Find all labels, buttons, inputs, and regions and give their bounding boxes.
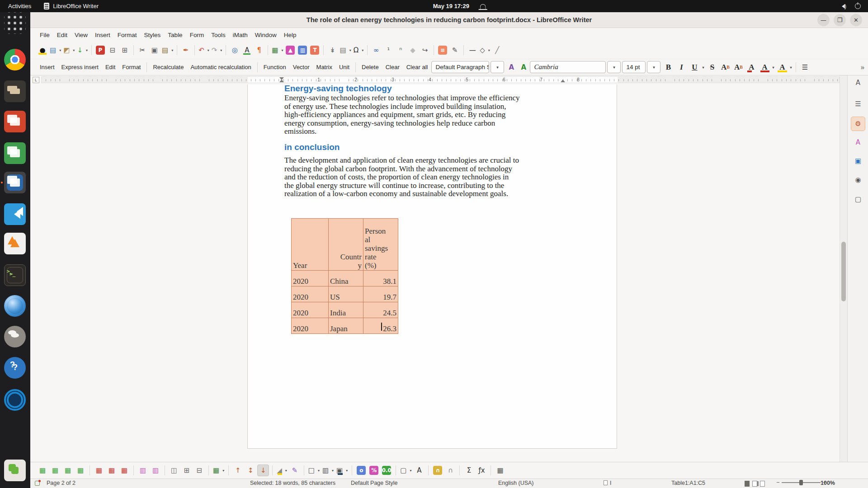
- copy-icon[interactable]: ▣: [149, 44, 160, 56]
- menu-item[interactable]: Window: [251, 30, 280, 40]
- imath-command[interactable]: Matrix: [313, 61, 335, 73]
- dock-item-terminal[interactable]: [4, 264, 26, 286]
- imath-command[interactable]: Automatic recalculation: [187, 61, 254, 73]
- sidebar-navigator-icon[interactable]: ◉: [851, 173, 865, 187]
- table-cell[interactable]: 2020: [292, 318, 329, 334]
- superscript-button[interactable]: AB: [719, 61, 731, 74]
- border-color-icon[interactable]: ▣: [335, 465, 349, 476]
- table-cell[interactable]: China: [329, 271, 363, 286]
- sidebar-gallery-icon[interactable]: ▣: [851, 154, 865, 168]
- subscript-button[interactable]: AB: [732, 61, 745, 74]
- dock-item-writer[interactable]: [4, 172, 26, 193]
- border-painter-icon[interactable]: ✎: [289, 465, 301, 476]
- activities-button[interactable]: Activities: [8, 3, 31, 9]
- insert-image-icon[interactable]: ▲: [284, 44, 296, 56]
- dock-item-software[interactable]: [4, 460, 26, 481]
- sidebar-menu-icon[interactable]: ☰: [851, 97, 865, 111]
- cross-reference-icon[interactable]: ↪: [419, 44, 431, 56]
- rows-above-icon[interactable]: ▦: [37, 465, 48, 476]
- font-size-combo[interactable]: 14 pt: [622, 61, 646, 73]
- dock-item-disc[interactable]: [4, 389, 26, 411]
- columns-after-icon[interactable]: ▦: [75, 465, 86, 476]
- dock-item-impress[interactable]: [4, 111, 26, 132]
- redo-icon[interactable]: ↷: [211, 44, 223, 56]
- split-cells-icon[interactable]: ▥: [137, 465, 149, 476]
- delete-table-icon[interactable]: ▦: [118, 465, 130, 476]
- page-count[interactable]: Page 2 of 2: [47, 480, 75, 486]
- book-view-icon[interactable]: [760, 481, 765, 487]
- clock[interactable]: May 19 17:29: [433, 3, 486, 9]
- dock-item-files[interactable]: [4, 80, 26, 102]
- strikethrough-button[interactable]: S: [706, 61, 718, 74]
- print-icon[interactable]: ⊟: [107, 44, 118, 56]
- document-page[interactable]: Energy-saving technology Energy-saving t…: [247, 84, 617, 449]
- track-changes-icon[interactable]: ✎: [449, 44, 461, 56]
- highlight-color-button[interactable]: A: [776, 61, 793, 74]
- close-button[interactable]: ✕: [850, 14, 862, 26]
- doc-heading-conclusion[interactable]: in conclusion: [284, 142, 340, 152]
- table-cell[interactable]: Japan: [329, 318, 363, 334]
- multi-page-view-icon[interactable]: [752, 481, 757, 487]
- rows-below-icon[interactable]: ▦: [49, 465, 61, 476]
- menu-item[interactable]: iMath: [229, 30, 251, 40]
- vertical-scrollbar[interactable]: [840, 75, 847, 462]
- menu-item[interactable]: Tools: [208, 30, 229, 40]
- toolbar-overflow-button[interactable]: »: [861, 63, 864, 71]
- currency-format-icon[interactable]: o: [355, 465, 367, 476]
- paragraph-style-combo[interactable]: Default Paragraph Styl: [431, 61, 489, 73]
- zoom-level[interactable]: 100%: [821, 480, 835, 486]
- table-cell[interactable]: India: [329, 302, 363, 318]
- imath-command[interactable]: Vector: [290, 61, 313, 73]
- delete-row-icon[interactable]: ▦: [93, 465, 105, 476]
- table-header-cell[interactable]: Year: [292, 219, 329, 271]
- table-cell[interactable]: 26.3: [363, 318, 398, 334]
- print-preview-icon[interactable]: ⊞: [119, 44, 131, 56]
- right-indent-marker[interactable]: [561, 80, 565, 82]
- background-color-icon[interactable]: ◢: [276, 465, 288, 476]
- sidebar-properties-icon[interactable]: ⚙: [851, 117, 865, 131]
- border-style-icon[interactable]: ▥: [321, 465, 335, 476]
- volume-icon[interactable]: [840, 4, 845, 9]
- align-left-icon[interactable]: ☰: [799, 61, 811, 73]
- decimal-format-icon[interactable]: 0.0: [381, 465, 392, 476]
- focused-app-menu[interactable]: LibreOffice Writer: [44, 3, 99, 9]
- number-format-icon[interactable]: ▢: [399, 465, 412, 476]
- hyperlink-icon[interactable]: ∞: [370, 44, 382, 56]
- doc-heading-energy-saving[interactable]: Energy-saving technology: [284, 84, 392, 94]
- dock-item-chrome[interactable]: [4, 49, 26, 70]
- style-new-icon[interactable]: A: [518, 61, 529, 73]
- font-size-dropdown[interactable]: ▾: [647, 61, 660, 73]
- imath-command[interactable]: Recalculate: [150, 61, 187, 73]
- insert-mode[interactable]: I: [604, 480, 611, 486]
- table-header-cell[interactable]: Person al savings rate (%): [363, 219, 398, 271]
- horizontal-ruler[interactable]: 12345678: [41, 76, 840, 83]
- insert-chart-icon[interactable]: ▥: [297, 44, 308, 56]
- basic-shapes-icon[interactable]: ◇: [479, 44, 491, 56]
- zoom-slider-thumb[interactable]: [799, 480, 803, 485]
- page-style[interactable]: Default Page Style: [351, 480, 398, 486]
- word-count[interactable]: Selected: 18 words, 85 characters: [250, 480, 335, 486]
- percent-format-icon[interactable]: %: [368, 465, 380, 476]
- dock-item-help[interactable]: [4, 357, 26, 379]
- dock-item-browser-sphere[interactable]: [4, 295, 26, 317]
- table-header-cell[interactable]: Countr y: [329, 219, 363, 271]
- text-language[interactable]: English (USA): [498, 480, 534, 486]
- borders-icon[interactable]: □: [307, 465, 321, 476]
- menu-item[interactable]: Styles: [141, 30, 165, 40]
- horizontal-line-icon[interactable]: —: [467, 44, 478, 56]
- doc-paragraph[interactable]: The development and application of clean…: [284, 156, 576, 198]
- imath-command[interactable]: Edit: [102, 61, 118, 73]
- clone-formatting-icon[interactable]: ✒: [180, 44, 192, 56]
- table-cell[interactable]: 19.7: [363, 286, 398, 302]
- power-icon[interactable]: [855, 3, 861, 9]
- table-cell[interactable]: 38.1: [363, 271, 398, 286]
- imath-command[interactable]: Clear: [382, 61, 403, 73]
- zoom-out-button[interactable]: −: [776, 479, 779, 486]
- tab-stop-selector[interactable]: L: [33, 77, 39, 83]
- menu-item[interactable]: File: [36, 30, 53, 40]
- menu-item[interactable]: View: [71, 30, 91, 40]
- imath-command[interactable]: Format: [119, 61, 144, 73]
- menu-item[interactable]: Format: [114, 30, 141, 40]
- insert-comment-icon[interactable]: ≡: [437, 44, 448, 56]
- align-center-icon[interactable]: ↕: [245, 465, 256, 476]
